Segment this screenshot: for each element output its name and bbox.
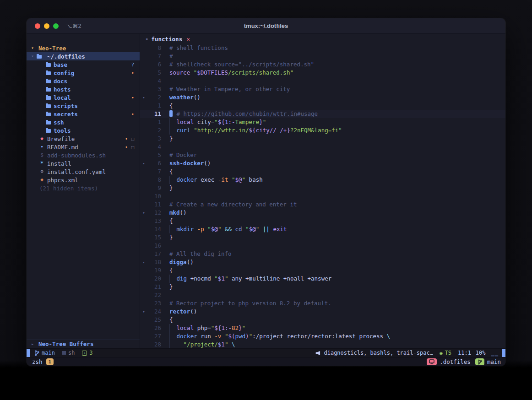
code-text[interactable]: } — [161, 184, 173, 192]
code-text[interactable]: docker exec -it "$@" bash — [161, 176, 263, 184]
code-line-13[interactable]: 13{ — [140, 217, 505, 225]
code-text[interactable]: # https://github.com/chubin/wttr.in#usag… — [161, 110, 318, 118]
code-text[interactable]: weather() — [161, 93, 201, 102]
code-line-8[interactable]: 8# shell functions — [140, 44, 505, 52]
code-text[interactable]: } — [161, 233, 173, 242]
code-text[interactable] — [161, 77, 169, 85]
code-text[interactable]: mkd() — [161, 209, 187, 217]
code-line-18[interactable]: ▾18digga() — [140, 258, 505, 266]
tree-item-base[interactable]: base? — [27, 60, 140, 69]
tree-item-docs[interactable]: docs — [27, 77, 140, 85]
tree-item-install[interactable]: *install — [27, 159, 140, 168]
fold-open-indicator[interactable]: ▾ — [140, 93, 147, 102]
code-text[interactable]: } — [161, 135, 173, 143]
fold-open-indicator[interactable]: ▾ — [140, 308, 147, 316]
code-text[interactable] — [161, 192, 169, 200]
code-line-12[interactable]: ▾12mkd() — [140, 209, 505, 217]
tree-item-ssh[interactable]: ssh — [27, 118, 140, 126]
code-text[interactable]: { — [161, 217, 173, 225]
code-text[interactable]: { — [161, 266, 173, 275]
code-text[interactable]: { — [161, 316, 173, 324]
tree-item-Brewfile[interactable]: ◆Brewfile•□ — [27, 135, 140, 143]
code-text[interactable]: local city="${1:-Tampere}" — [161, 118, 266, 126]
code-line-11[interactable]: 11 # https://github.com/chubin/wttr.in#u… — [140, 110, 505, 118]
code-line-14[interactable]: 14 mkdir -p "$@" && cd "$@" || exit — [140, 225, 505, 233]
code-text[interactable]: } — [161, 283, 173, 291]
tree-item-config[interactable]: config• — [27, 69, 140, 77]
code-text[interactable]: mkdir -p "$@" && cd "$@" || exit — [161, 225, 287, 233]
code-line-4[interactable]: 4 — [140, 143, 505, 151]
code-text[interactable]: # Weather in Tampere, or other city — [161, 85, 290, 93]
code-line-20[interactable]: 20 dig +nocmd "$1" any +multiline +noall… — [140, 275, 505, 283]
code-line-2[interactable]: 2 curl "http://wttr.in/${city// /+}?2nFQ… — [140, 126, 505, 135]
code-text[interactable] — [161, 242, 169, 250]
code-line-5[interactable]: 5source "$DOTFILES/scripts/shared.sh" — [140, 69, 505, 77]
code-line-16[interactable]: 16 — [140, 242, 505, 250]
tree-item-phpcs.xml[interactable]: ◈phpcs.xml — [27, 176, 140, 184]
code-text[interactable]: # Create a new directory and enter it — [161, 200, 297, 209]
tree-item-local[interactable]: local• — [27, 93, 140, 102]
code-text[interactable] — [161, 291, 169, 299]
code-line-19[interactable]: 19{ — [140, 266, 505, 275]
code-text[interactable]: # shell functions — [161, 44, 228, 52]
tree-item-install.conf.yaml[interactable]: ⚙install.conf.yaml — [27, 168, 140, 176]
tab-close-button[interactable]: × — [186, 36, 190, 43]
code-text[interactable] — [161, 143, 169, 151]
code-text[interactable]: docker run -v "$(pwd)":/project rector/r… — [161, 332, 390, 341]
code-text[interactable]: rector() — [161, 308, 197, 316]
tree-item-secrets[interactable]: secrets• — [27, 110, 140, 118]
code-text[interactable]: { — [161, 168, 173, 176]
code-area[interactable]: 8# shell functions7#6# shellcheck source… — [140, 44, 505, 348]
fold-open-indicator[interactable]: ▾ — [140, 258, 147, 266]
code-line-24[interactable]: ▾24rector() — [140, 308, 505, 316]
code-line-3[interactable]: 3} — [140, 135, 505, 143]
code-text[interactable]: local php="${1:-82}" — [161, 324, 245, 332]
code-line-8[interactable]: 8 docker exec -it "$@" bash — [140, 176, 505, 184]
titlebar[interactable]: ⌥⌘2 tmux:~/.dotfiles — [27, 18, 505, 34]
code-text[interactable]: # — [161, 52, 173, 60]
code-line-5[interactable]: 5# Docker — [140, 151, 505, 159]
code-text[interactable]: # Docker — [161, 151, 197, 159]
code-text[interactable]: { — [161, 102, 173, 110]
code-text[interactable]: ssh-docker() — [161, 159, 211, 168]
code-line-6[interactable]: 6# shellcheck source="../scripts/shared.… — [140, 60, 505, 69]
code-line-26[interactable]: 26 local php="${1:-82}" — [140, 324, 505, 332]
code-text[interactable]: # shellcheck source="../scripts/shared.s… — [161, 60, 314, 69]
code-text[interactable]: # All the dig info — [161, 250, 231, 258]
code-line-27[interactable]: 27 docker run -v "$(pwd)":/project recto… — [140, 332, 505, 341]
code-line-25[interactable]: 25{ — [140, 316, 505, 324]
code-line-9[interactable]: 9} — [140, 184, 505, 192]
code-line-22[interactable]: 22 — [140, 291, 505, 299]
tmux-window-index-badge[interactable]: 1 — [46, 358, 54, 365]
tree-item-hosts[interactable]: hosts — [27, 85, 140, 93]
close-window-button[interactable] — [35, 23, 40, 29]
code-line-23[interactable]: 23# Rector project to php version 8.2 by… — [140, 299, 505, 308]
code-text[interactable]: source "$DOTFILES/scripts/shared.sh" — [161, 69, 293, 77]
tree-item-tools[interactable]: tools — [27, 126, 140, 135]
code-line-3[interactable]: 3# Weather in Tampere, or other city — [140, 85, 505, 93]
code-text[interactable]: dig +nocmd "$1" any +multiline +noall +a… — [161, 275, 331, 283]
tree-item-add-submodules.sh[interactable]: $add-submodules.sh — [27, 151, 140, 159]
code-line-4[interactable]: 4 — [140, 77, 505, 85]
code-line-15[interactable]: 15} — [140, 233, 505, 242]
tmux-window-name[interactable]: zsh — [32, 358, 43, 365]
fold-open-indicator[interactable]: ▾ — [140, 209, 147, 217]
tree-item-README.md[interactable]: ▾README.md•□ — [27, 143, 140, 151]
neo-tree-buffers-section[interactable]: Neo-Tree Buffers — [27, 339, 140, 348]
tree-item-root-dotfiles[interactable]: ~/.dotfiles — [27, 52, 140, 60]
fold-open-indicator[interactable]: ▾ — [140, 159, 147, 168]
code-text[interactable]: digga() — [161, 258, 194, 266]
code-text[interactable]: # Rector project to php version 8.2 by d… — [161, 299, 331, 308]
code-line-1[interactable]: 1 local city="${1:-Tampere}" — [140, 118, 505, 126]
code-text[interactable]: "/project/$1" \ — [161, 341, 235, 348]
code-line-2[interactable]: ▾2weather() — [140, 93, 505, 102]
code-line-17[interactable]: 17# All the dig info — [140, 250, 505, 258]
code-line-11[interactable]: 11# Create a new directory and enter it — [140, 200, 505, 209]
code-line-7[interactable]: 7{ — [140, 168, 505, 176]
code-line-6[interactable]: ▾6ssh-docker() — [140, 159, 505, 168]
minimize-window-button[interactable] — [44, 23, 49, 29]
code-line-21[interactable]: 21} — [140, 283, 505, 291]
zoom-window-button[interactable] — [53, 23, 59, 29]
code-text[interactable]: curl "http://wttr.in/${city// /+}?2nFQM&… — [161, 126, 342, 135]
tab-functions[interactable]: functions × — [146, 36, 190, 43]
